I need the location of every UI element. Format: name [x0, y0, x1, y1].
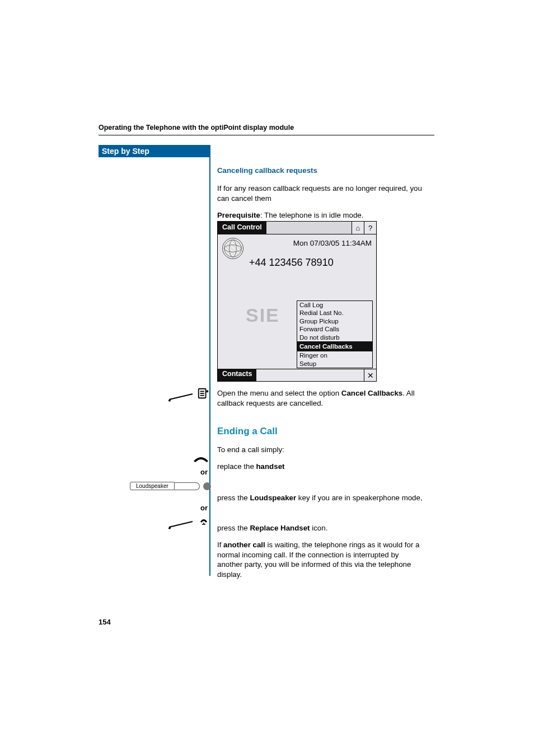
bold: Replace Handset	[250, 524, 310, 532]
screen-number: +44 123456 78910	[249, 257, 334, 269]
text: key if you are in speakerphone mode,	[296, 494, 422, 502]
key-outline-icon	[174, 482, 200, 490]
or-label-1: or	[200, 468, 208, 476]
content-top: Canceling callback requests If for any r…	[217, 166, 424, 227]
pen-pointer	[168, 392, 202, 403]
pen-icon	[168, 519, 202, 529]
menu-item[interactable]: Group Pickup	[297, 317, 372, 325]
loudspeaker-key[interactable]: Loudspeaker	[130, 481, 211, 490]
context-menu: Call Log Redial Last No. Group Pickup Fo…	[297, 300, 373, 368]
menu-item[interactable]: Setup	[297, 360, 372, 368]
running-header: Operating the Telephone with the optiPoi…	[99, 124, 434, 135]
svg-rect-9	[207, 391, 209, 393]
text: Open the menu and select the option	[217, 389, 341, 397]
menu-item[interactable]: Forward Calls	[297, 325, 372, 333]
prerequisite-line: Prerequisite: The telephone is in idle m…	[217, 210, 424, 220]
screen-bottom-tab[interactable]: Contacts	[218, 369, 256, 381]
svg-point-2	[229, 240, 237, 257]
step-by-step-tab: Step by Step	[99, 145, 210, 157]
replace-handset-icon	[199, 516, 208, 527]
menu-item[interactable]: Ringer on	[297, 351, 372, 359]
intro-cancel: If for any reason callback requests are …	[217, 184, 424, 204]
bold: handset	[256, 462, 284, 471]
svg-point-1	[224, 245, 242, 252]
bold: another call	[223, 541, 265, 549]
close-icon[interactable]: ✕	[364, 369, 376, 381]
screen-bottom-spacer	[256, 369, 364, 381]
home-icon[interactable]: ⌂	[352, 222, 364, 234]
final-para: If another call is waiting, the telephon…	[217, 540, 424, 580]
menu-item[interactable]: Do not disturb	[297, 334, 372, 341]
led-icon	[203, 482, 211, 490]
prereq-text: : The telephone is in idle mode.	[260, 211, 364, 219]
screen-top-spacer	[266, 222, 352, 234]
page: Operating the Telephone with the optiPoi…	[0, 0, 534, 756]
heading-cancel-callback: Canceling callback requests	[217, 166, 424, 176]
phone-screen: Call Control ⌂ ? Mon 07/03/05 11:34AM +4…	[217, 221, 377, 382]
step-border	[209, 145, 210, 576]
or-label-2: or	[200, 504, 208, 512]
text: press the	[217, 494, 250, 502]
page-number: 154	[99, 618, 111, 626]
screen-datetime: Mon 07/03/05 11:34AM	[293, 239, 372, 247]
step-loudspeaker: press the Loudspeaker key if you are in …	[217, 493, 424, 503]
loudspeaker-key-label: Loudspeaker	[130, 482, 175, 490]
svg-point-0	[224, 240, 242, 257]
pen-icon	[168, 392, 202, 402]
text: press the	[217, 524, 250, 532]
menu-item[interactable]: Redial Last No.	[297, 309, 372, 317]
ending-intro: To end a call simply:	[217, 445, 424, 455]
heading-ending-call: Ending a Call	[217, 425, 424, 438]
watermark: SIE	[246, 304, 280, 326]
bold: Loudspeaker	[250, 494, 296, 502]
pen-pointer-2	[168, 519, 202, 531]
book-menu-icon	[197, 387, 209, 401]
prereq-label: Prerequisite	[217, 211, 260, 219]
svg-line-10	[169, 522, 193, 527]
text: icon.	[310, 524, 328, 532]
handset-icon	[193, 456, 209, 465]
text: replace the	[217, 462, 256, 471]
open-menu-line: Open the menu and select the option Canc…	[217, 388, 424, 408]
step-replace-icon: press the Replace Handset icon.	[217, 523, 424, 533]
step-replace-handset: replace the handset	[217, 462, 424, 472]
menu-item-selected[interactable]: Cancel Callbacks	[297, 341, 372, 351]
svg-line-3	[169, 394, 193, 400]
menu-item[interactable]: Call Log	[297, 301, 372, 309]
text: If	[217, 541, 223, 549]
bold: Cancel Callbacks	[341, 389, 402, 397]
screen-top-tab[interactable]: Call Control	[218, 222, 266, 234]
screen-body: Mon 07/03/05 11:34AM +44 123456 78910 SI…	[218, 234, 376, 369]
help-icon[interactable]: ?	[364, 222, 376, 234]
globe-icon	[222, 238, 243, 259]
content-bottom: Open the menu and select the option Canc…	[217, 388, 424, 586]
